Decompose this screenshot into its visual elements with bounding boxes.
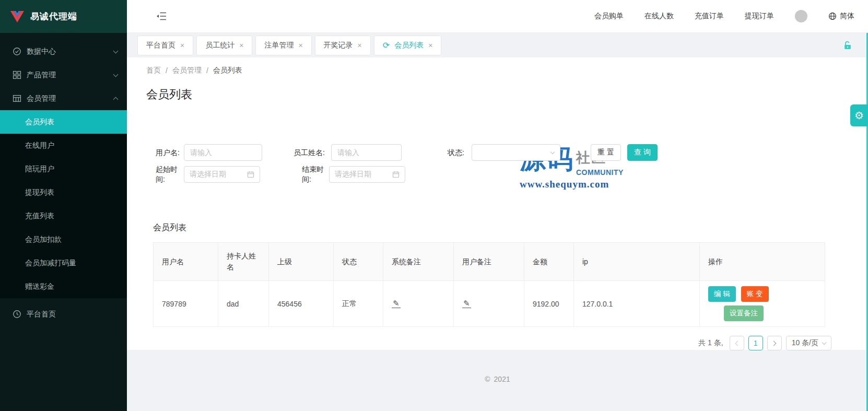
pagination-total: 共 1 条, (698, 338, 723, 348)
table-icon (13, 94, 21, 103)
sidebar-submenu: 会员列表 在线用户 陪玩用户 提现列表 充值列表 会员加扣款 会员加减打码量 赠… (0, 110, 127, 298)
table-row: 789789 dad 456456 正常 ✎ ✎ 9192.00 127.0.0… (154, 281, 825, 327)
close-icon[interactable]: × (358, 42, 362, 49)
sidebar-item-label: 平台首页 (27, 310, 118, 319)
tab-label: 会员列表 (394, 41, 424, 50)
close-icon[interactable]: × (298, 42, 302, 49)
next-page-button[interactable] (767, 336, 782, 350)
main-area: 会员购单 在线人数 充值订单 提现订单 简体 平台首页 × 员工统计 × 注单管… (127, 0, 868, 411)
sidebar-item-label: 会员管理 (27, 94, 114, 103)
sidebar-item-product-mgmt[interactable]: 产品管理 (0, 63, 127, 87)
sidebar-item-label: 数据中心 (27, 47, 114, 56)
sidebar-item-recharge-list[interactable]: 充值列表 (0, 204, 127, 228)
edit-button[interactable]: 编 辑 (708, 286, 736, 302)
cell-actions: 编 辑 账 变 设置备注 (700, 281, 825, 327)
nav-member-orders[interactable]: 会员购单 (594, 11, 624, 21)
reset-button[interactable]: 重 置 (591, 144, 621, 161)
status-select[interactable] (472, 144, 560, 161)
breadcrumb-home[interactable]: 首页 (146, 66, 161, 75)
tab-bet-mgmt[interactable]: 注单管理 × (255, 36, 311, 55)
page-number-button[interactable]: 1 (748, 336, 763, 350)
sidebar-item-member-mgmt[interactable]: 会员管理 (0, 87, 127, 110)
app-title: 易诚代理端 (30, 10, 77, 22)
balance-change-button[interactable]: 账 变 (741, 286, 769, 302)
username-label: 用户名: (156, 148, 184, 158)
sidebar-item-companion-users[interactable]: 陪玩用户 (0, 157, 127, 181)
page-title: 会员列表 (146, 87, 868, 102)
end-date-placeholder: 请选择日期 (335, 170, 392, 179)
sidebar-item-turnover-adjust[interactable]: 会员加减打码量 (0, 251, 127, 275)
close-icon[interactable]: × (428, 42, 432, 49)
filter-row-1: 用户名: 员工姓名: 状态: 重 置 查 询 (156, 144, 868, 161)
copyright-icon: © (485, 375, 490, 411)
avatar[interactable] (795, 10, 807, 22)
table-section-title: 会员列表 (153, 222, 825, 233)
end-date-picker[interactable]: 请选择日期 (329, 166, 405, 183)
sidebar-item-withdraw-list[interactable]: 提现列表 (0, 181, 127, 204)
sidebar-item-gift-bonus[interactable]: 赠送彩金 (0, 275, 127, 298)
col-parent: 上级 (269, 243, 334, 281)
sidebar-item-member-list[interactable]: 会员列表 (0, 110, 127, 134)
sidebar-item-member-adjust[interactable]: 会员加扣款 (0, 228, 127, 251)
sidebar-item-online-users[interactable]: 在线用户 (0, 134, 127, 157)
staff-name-input[interactable] (331, 144, 402, 161)
clock-icon (13, 310, 21, 319)
tab-platform-home[interactable]: 平台首页 × (137, 36, 193, 55)
staff-name-label: 员工姓名: (294, 148, 331, 158)
topbar-right: 会员购单 在线人数 充值订单 提现订单 简体 (594, 10, 854, 22)
copyright-year: 2021 (494, 375, 510, 411)
menu-fold-icon[interactable] (156, 12, 167, 20)
start-time-label: 起始时间: (156, 165, 184, 184)
member-table: 用户名 持卡人姓名 上级 状态 系统备注 用户备注 金额 ip 操作 78978… (153, 242, 825, 327)
col-cardholder: 持卡人姓名 (218, 243, 269, 281)
cell-amount: 9192.00 (524, 281, 574, 327)
cell-system-remark: ✎ (383, 281, 454, 327)
refresh-icon[interactable]: ⟳ (383, 41, 390, 50)
tab-bar: 平台首页 × 员工统计 × 注单管理 × 开奖记录 × ⟳ 会员列表 × (127, 33, 868, 57)
edit-pencil-icon[interactable]: ✎ (462, 299, 471, 309)
col-user-remark: 用户备注 (454, 243, 524, 281)
nav-withdraw-orders[interactable]: 提现订单 (745, 11, 774, 21)
tab-label: 员工统计 (205, 41, 234, 50)
gear-icon[interactable]: ⚙ (850, 104, 868, 126)
unlock-icon[interactable] (843, 41, 852, 50)
cell-cardholder: dad (218, 281, 269, 327)
cell-user-remark: ✎ (454, 281, 524, 327)
close-icon[interactable]: × (180, 42, 184, 49)
edit-pencil-icon[interactable]: ✎ (392, 299, 401, 309)
sidebar-menu: 数据中心 产品管理 会员管理 会员列表 在线用户 陪玩用户 提现列表 充值列表 … (0, 33, 127, 326)
breadcrumb: 首页 / 会员管理 / 会员列表 (146, 66, 868, 75)
tab-label: 平台首页 (146, 41, 175, 50)
calendar-icon (247, 171, 254, 178)
close-icon[interactable]: × (239, 42, 243, 49)
nav-recharge-orders[interactable]: 充值订单 (695, 11, 724, 21)
locale-label: 简体 (840, 11, 854, 21)
set-remark-button[interactable]: 设置备注 (724, 306, 764, 321)
chevron-down-icon (113, 72, 119, 77)
breadcrumb-member-mgmt[interactable]: 会员管理 (172, 66, 202, 75)
start-date-placeholder: 请选择日期 (190, 170, 247, 179)
col-amount: 金额 (524, 243, 574, 281)
nav-online-count[interactable]: 在线人数 (644, 11, 674, 21)
search-button[interactable]: 查 询 (627, 144, 658, 161)
sidebar-item-platform-home[interactable]: 平台首页 (0, 302, 127, 326)
tab-staff-stats[interactable]: 员工统计 × (196, 36, 252, 55)
circle-check-icon (13, 47, 21, 56)
brand-logo-icon (10, 11, 24, 22)
prev-page-button[interactable] (730, 336, 744, 350)
tab-member-list[interactable]: ⟳ 会员列表 × (374, 36, 442, 55)
pagination: 共 1 条, 1 10 条/页 (153, 336, 831, 350)
sidebar-item-label: 产品管理 (27, 71, 114, 80)
page-size-select[interactable]: 10 条/页 (786, 336, 831, 350)
chevron-left-icon (735, 340, 740, 346)
tab-label: 注单管理 (264, 41, 294, 50)
sidebar-item-data-center[interactable]: 数据中心 (0, 40, 127, 63)
username-input[interactable] (184, 144, 262, 161)
locale-switcher[interactable]: 简体 (828, 11, 854, 21)
col-system-remark: 系统备注 (383, 243, 454, 281)
start-date-picker[interactable]: 请选择日期 (184, 166, 260, 183)
col-ip: ip (574, 243, 700, 281)
chevron-down-icon (550, 149, 555, 154)
logo-bar: 易诚代理端 (0, 0, 127, 33)
tab-lottery-records[interactable]: 开奖记录 × (315, 36, 371, 55)
